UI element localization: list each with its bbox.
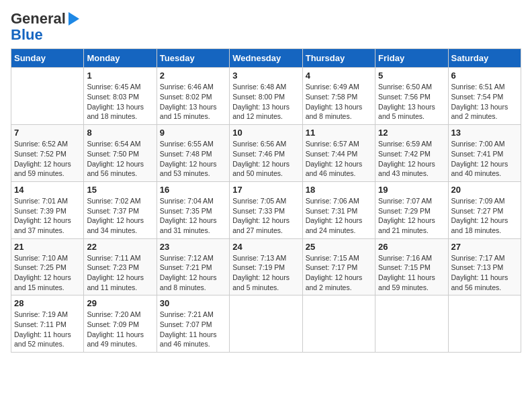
week-row-3: 14Sunrise: 7:01 AMSunset: 7:39 PMDayligh…: [11, 181, 521, 238]
day-info: Sunrise: 6:59 AMSunset: 7:42 PMDaylight:…: [378, 139, 445, 179]
day-info: Sunrise: 6:54 AMSunset: 7:50 PMDaylight:…: [87, 139, 153, 179]
day-number: 1: [87, 71, 153, 81]
week-row-4: 21Sunrise: 7:10 AMSunset: 7:25 PMDayligh…: [11, 238, 521, 295]
calendar-cell: [375, 295, 448, 353]
calendar-cell: 3Sunrise: 6:48 AMSunset: 8:00 PMDaylight…: [230, 68, 302, 125]
calendar-cell: 11Sunrise: 6:57 AMSunset: 7:44 PMDayligh…: [302, 125, 375, 182]
header-day-sunday: Sunday: [11, 49, 84, 68]
header-day-monday: Monday: [84, 49, 157, 68]
calendar-cell: 8Sunrise: 6:54 AMSunset: 7:50 PMDaylight…: [84, 125, 157, 182]
header-day-saturday: Saturday: [448, 49, 521, 68]
calendar-cell: 30Sunrise: 7:21 AMSunset: 7:07 PMDayligh…: [157, 295, 229, 353]
day-info: Sunrise: 7:11 AMSunset: 7:23 PMDaylight:…: [87, 253, 153, 293]
day-number: 14: [14, 185, 81, 195]
calendar-cell: 14Sunrise: 7:01 AMSunset: 7:39 PMDayligh…: [11, 181, 84, 238]
day-number: 13: [451, 128, 518, 138]
day-info: Sunrise: 7:15 AMSunset: 7:17 PMDaylight:…: [306, 253, 372, 293]
calendar-cell: 13Sunrise: 7:00 AMSunset: 7:41 PMDayligh…: [448, 125, 521, 182]
logo-text-general: General: [11, 11, 66, 27]
day-number: 8: [87, 128, 153, 138]
day-number: 20: [451, 185, 518, 195]
calendar-cell: 28Sunrise: 7:19 AMSunset: 7:11 PMDayligh…: [11, 295, 84, 353]
calendar-cell: 2Sunrise: 6:46 AMSunset: 8:02 PMDaylight…: [157, 68, 229, 125]
day-number: 28: [14, 298, 81, 308]
day-number: 12: [378, 128, 445, 138]
day-info: Sunrise: 7:16 AMSunset: 7:15 PMDaylight:…: [378, 253, 445, 293]
calendar-cell: 7Sunrise: 6:52 AMSunset: 7:52 PMDaylight…: [11, 125, 84, 182]
day-number: 23: [160, 242, 226, 252]
logo-text-blue: Blue: [11, 27, 43, 43]
day-info: Sunrise: 6:45 AMSunset: 8:03 PMDaylight:…: [87, 82, 153, 122]
day-number: 4: [306, 71, 372, 81]
day-number: 7: [14, 128, 81, 138]
day-info: Sunrise: 7:13 AMSunset: 7:19 PMDaylight:…: [232, 253, 299, 293]
calendar-cell: [448, 295, 521, 353]
day-info: Sunrise: 6:56 AMSunset: 7:46 PMDaylight:…: [232, 139, 299, 179]
calendar-cell: [11, 68, 84, 125]
calendar-cell: 15Sunrise: 7:02 AMSunset: 7:37 PMDayligh…: [84, 181, 157, 238]
day-info: Sunrise: 7:19 AMSunset: 7:11 PMDaylight:…: [14, 310, 81, 349]
day-info: Sunrise: 6:55 AMSunset: 7:48 PMDaylight:…: [160, 139, 226, 179]
calendar-cell: 21Sunrise: 7:10 AMSunset: 7:25 PMDayligh…: [11, 238, 84, 295]
day-number: 18: [306, 185, 372, 195]
header-day-tuesday: Tuesday: [157, 49, 229, 68]
header-day-wednesday: Wednesday: [230, 49, 302, 68]
day-number: 24: [232, 242, 299, 252]
day-info: Sunrise: 7:05 AMSunset: 7:33 PMDaylight:…: [232, 196, 299, 236]
day-info: Sunrise: 6:57 AMSunset: 7:44 PMDaylight:…: [306, 139, 372, 179]
header-row: SundayMondayTuesdayWednesdayThursdayFrid…: [11, 49, 521, 68]
day-info: Sunrise: 6:50 AMSunset: 7:56 PMDaylight:…: [378, 82, 445, 122]
day-number: 16: [160, 185, 226, 195]
week-row-1: 1Sunrise: 6:45 AMSunset: 8:03 PMDaylight…: [11, 68, 521, 125]
day-info: Sunrise: 6:48 AMSunset: 8:00 PMDaylight:…: [232, 82, 299, 122]
day-info: Sunrise: 7:06 AMSunset: 7:31 PMDaylight:…: [306, 196, 372, 236]
day-number: 2: [160, 71, 226, 81]
day-number: 25: [306, 242, 372, 252]
day-number: 22: [87, 242, 153, 252]
calendar-cell: [230, 295, 302, 353]
header-day-friday: Friday: [375, 49, 448, 68]
day-number: 9: [160, 128, 226, 138]
header-day-thursday: Thursday: [302, 49, 375, 68]
calendar-cell: 23Sunrise: 7:12 AMSunset: 7:21 PMDayligh…: [157, 238, 229, 295]
calendar-cell: 19Sunrise: 7:07 AMSunset: 7:29 PMDayligh…: [375, 181, 448, 238]
calendar-cell: 29Sunrise: 7:20 AMSunset: 7:09 PMDayligh…: [84, 295, 157, 353]
day-info: Sunrise: 7:07 AMSunset: 7:29 PMDaylight:…: [378, 196, 445, 236]
day-number: 21: [14, 242, 81, 252]
calendar-body: 1Sunrise: 6:45 AMSunset: 8:03 PMDaylight…: [11, 68, 521, 353]
day-number: 17: [232, 185, 299, 195]
day-info: Sunrise: 7:12 AMSunset: 7:21 PMDaylight:…: [160, 253, 226, 293]
day-number: 15: [87, 185, 153, 195]
page-header: General Blue: [11, 11, 521, 43]
day-number: 19: [378, 185, 445, 195]
day-number: 11: [306, 128, 372, 138]
calendar-cell: 5Sunrise: 6:50 AMSunset: 7:56 PMDaylight…: [375, 68, 448, 125]
day-number: 6: [451, 71, 518, 81]
calendar-cell: 17Sunrise: 7:05 AMSunset: 7:33 PMDayligh…: [230, 181, 302, 238]
calendar-cell: 20Sunrise: 7:09 AMSunset: 7:27 PMDayligh…: [448, 181, 521, 238]
calendar-table: SundayMondayTuesdayWednesdayThursdayFrid…: [11, 48, 521, 353]
week-row-5: 28Sunrise: 7:19 AMSunset: 7:11 PMDayligh…: [11, 295, 521, 353]
day-info: Sunrise: 7:02 AMSunset: 7:37 PMDaylight:…: [87, 196, 153, 236]
calendar-cell: 10Sunrise: 6:56 AMSunset: 7:46 PMDayligh…: [230, 125, 302, 182]
day-info: Sunrise: 7:17 AMSunset: 7:13 PMDaylight:…: [451, 253, 518, 293]
calendar-cell: 6Sunrise: 6:51 AMSunset: 7:54 PMDaylight…: [448, 68, 521, 125]
day-info: Sunrise: 7:09 AMSunset: 7:27 PMDaylight:…: [451, 196, 518, 236]
day-info: Sunrise: 7:10 AMSunset: 7:25 PMDaylight:…: [14, 253, 81, 293]
day-info: Sunrise: 6:51 AMSunset: 7:54 PMDaylight:…: [451, 82, 518, 122]
day-info: Sunrise: 7:20 AMSunset: 7:09 PMDaylight:…: [87, 310, 153, 349]
calendar-cell: 24Sunrise: 7:13 AMSunset: 7:19 PMDayligh…: [230, 238, 302, 295]
calendar-header: SundayMondayTuesdayWednesdayThursdayFrid…: [11, 49, 521, 68]
calendar-cell: 27Sunrise: 7:17 AMSunset: 7:13 PMDayligh…: [448, 238, 521, 295]
logo: General Blue: [11, 11, 79, 43]
week-row-2: 7Sunrise: 6:52 AMSunset: 7:52 PMDaylight…: [11, 125, 521, 182]
day-number: 10: [232, 128, 299, 138]
calendar-cell: 1Sunrise: 6:45 AMSunset: 8:03 PMDaylight…: [84, 68, 157, 125]
calendar-cell: [302, 295, 375, 353]
day-info: Sunrise: 6:52 AMSunset: 7:52 PMDaylight:…: [14, 139, 81, 179]
calendar-cell: 16Sunrise: 7:04 AMSunset: 7:35 PMDayligh…: [157, 181, 229, 238]
day-number: 26: [378, 242, 445, 252]
day-info: Sunrise: 7:00 AMSunset: 7:41 PMDaylight:…: [451, 139, 518, 179]
day-number: 27: [451, 242, 518, 252]
logo-arrow-icon: [69, 12, 79, 26]
